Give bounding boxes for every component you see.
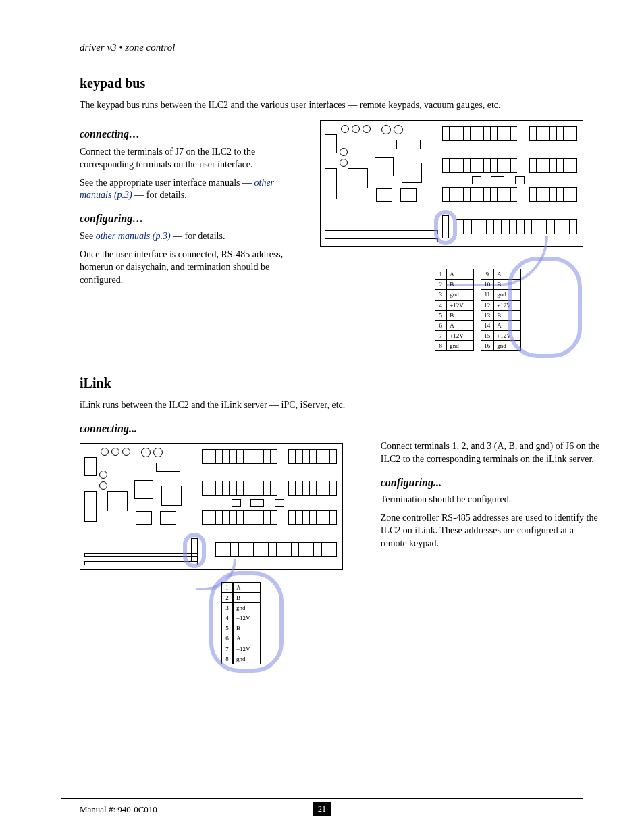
keypad-cfg-p1: See other manuals (p.3) — for details. xyxy=(80,230,301,243)
pin-label: +12V xyxy=(234,613,261,623)
pin-number: 2 xyxy=(435,280,446,290)
ilink-text-col: Connect terminals 1, 2, and 3 (A, B, and… xyxy=(381,440,602,556)
pin-label: gnd xyxy=(234,603,261,613)
pin-number: 3 xyxy=(435,290,446,300)
intro-keypad-bus: The keypad bus runs between the ILC2 and… xyxy=(80,99,583,112)
keypad-table-b-nums: 910111213141516 xyxy=(481,269,493,351)
heading-configuring-2: configuring... xyxy=(381,475,602,490)
pin-label: gnd xyxy=(447,290,474,300)
pin-label: B xyxy=(234,592,261,602)
pin-number: 5 xyxy=(435,310,446,320)
pin-label: A xyxy=(494,269,521,280)
pin-number: 6 xyxy=(435,320,446,330)
pin-label: +12V xyxy=(447,300,474,310)
pin-number: 6 xyxy=(222,633,233,644)
ilink-table-labels: ABgnd+12VBA+12Vgnd xyxy=(233,582,261,664)
footer-rule xyxy=(61,798,583,799)
ilink-cfg-p1: Termination should be configured. xyxy=(381,494,602,506)
keypad-conn-p2a: See the appropriate user interface manua… xyxy=(80,178,254,188)
pin-label: A xyxy=(494,320,521,330)
footer-manual-number: Manual #: 940-0C010 xyxy=(80,804,157,816)
pin-label: gnd xyxy=(234,654,261,664)
keypad-table-a-labels: ABgnd+12VBA+12Vgnd xyxy=(446,269,474,351)
pin-number: 4 xyxy=(222,613,233,623)
pin-number: 5 xyxy=(222,623,233,633)
ilink-conn-p1: Connect terminals 1, 2, and 3 (A, B, and… xyxy=(381,440,602,466)
pin-number: 7 xyxy=(435,330,446,340)
keypad-table-b-labels: ABgnd+12VBA+12Vgnd xyxy=(493,269,521,351)
pin-number: 10 xyxy=(481,280,493,290)
ilink-table: 12345678 ABgnd+12VBA+12Vgnd xyxy=(221,582,282,664)
keypad-cfg-p2: Once the user interface is connected, RS… xyxy=(80,249,301,287)
pin-number: 3 xyxy=(222,603,233,613)
pin-label: gnd xyxy=(494,341,521,351)
pin-label: +12V xyxy=(494,330,521,340)
keypad-table-a-nums: 12345678 xyxy=(435,269,446,351)
pin-label: +12V xyxy=(234,644,261,654)
running-head: driver v3 • zone control xyxy=(80,41,583,54)
pin-number: 7 xyxy=(222,644,233,654)
pin-label: gnd xyxy=(447,341,474,351)
pcb-figure-keypad xyxy=(320,120,583,247)
keypad-two-col: connecting… Connect the terminals of J7 … xyxy=(80,118,583,351)
pin-label: +12V xyxy=(447,330,474,340)
keypad-table-a: 12345678 ABgnd+12VBA+12Vgnd xyxy=(435,269,474,351)
pin-number: 8 xyxy=(435,341,446,351)
keypad-conn-p2: See the appropriate user interface manua… xyxy=(80,177,301,203)
heading-configuring-1: configuring… xyxy=(80,211,301,226)
keypad-text-col: connecting… Connect the terminals of J7 … xyxy=(80,118,301,292)
keypad-pinout-tables: 12345678 ABgnd+12VBA+12Vgnd 910111213141… xyxy=(435,269,602,351)
pin-number: 1 xyxy=(222,582,233,592)
pin-label: A xyxy=(234,633,261,644)
xref-other-manuals-2[interactable]: other manuals (p.3) xyxy=(96,231,171,241)
pin-label: +12V xyxy=(494,300,521,310)
pin-label: A xyxy=(234,582,261,592)
pin-number: 2 xyxy=(222,592,233,602)
keypad-conn-p2b: — for details. xyxy=(132,190,187,200)
pin-number: 8 xyxy=(222,654,233,664)
ilink-two-col: 12345678 ABgnd+12VBA+12Vgnd Connect term… xyxy=(80,440,583,664)
pin-label: B xyxy=(234,623,261,633)
pin-number: 15 xyxy=(481,330,493,340)
pin-number: 4 xyxy=(435,300,446,310)
keypad-table-b: 910111213141516 ABgnd+12VBA+12Vgnd xyxy=(481,269,521,351)
pin-label: B xyxy=(447,310,474,320)
pin-label: B xyxy=(494,280,521,290)
pin-label: B xyxy=(447,280,474,290)
pin-label: A xyxy=(447,320,474,330)
heading-ilink: iLink xyxy=(80,374,583,392)
pin-number: 1 xyxy=(435,269,446,280)
pin-label: B xyxy=(494,310,521,320)
pin-label: gnd xyxy=(494,290,521,300)
pin-number: 13 xyxy=(481,310,493,320)
pin-number: 16 xyxy=(481,341,493,351)
page: driver v3 • zone control keypad bus The … xyxy=(0,0,644,664)
ilink-figure-col: 12345678 ABgnd+12VBA+12Vgnd xyxy=(80,440,362,664)
keypad-cfg-p1a: See xyxy=(80,231,96,241)
intro-ilink: iLink runs between the ILC2 and the iLin… xyxy=(80,399,583,412)
keypad-conn-p1: Connect the terminals of J7 on the ILC2 … xyxy=(80,146,301,172)
keypad-figure-col: 12345678 ABgnd+12VBA+12Vgnd 910111213141… xyxy=(320,118,602,351)
pin-number: 9 xyxy=(481,269,493,280)
pin-number: 11 xyxy=(481,290,493,300)
ilink-pinout-tables: 12345678 ABgnd+12VBA+12Vgnd xyxy=(221,582,282,664)
page-number: 21 xyxy=(313,802,331,816)
pin-number: 14 xyxy=(481,320,493,330)
heading-connecting-2: connecting... xyxy=(80,421,583,436)
pin-label: A xyxy=(447,269,474,280)
keypad-cfg-p1b: — for details. xyxy=(171,231,225,241)
heading-connecting-1: connecting… xyxy=(80,127,301,142)
pin-number: 12 xyxy=(481,300,493,310)
pcb-figure-ilink xyxy=(80,443,343,570)
ilink-table-nums: 12345678 xyxy=(221,582,233,664)
heading-keypad-bus: keypad bus xyxy=(80,74,583,93)
ilink-cfg-p2: Zone controller RS-485 addresses are use… xyxy=(381,512,602,550)
